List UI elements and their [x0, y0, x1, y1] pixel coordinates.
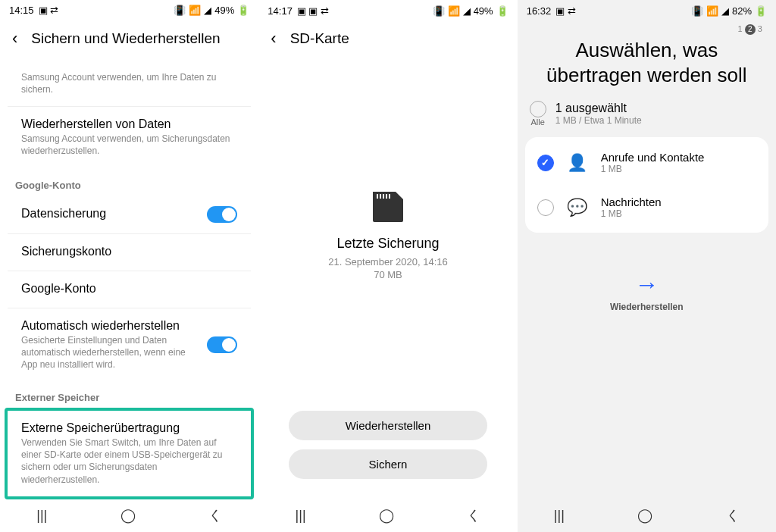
item-checkbox[interactable] [537, 155, 554, 171]
data-backup-toggle[interactable] [207, 206, 237, 223]
status-time: 16:32 [527, 5, 552, 17]
header: ‹ SD-Karte [258, 21, 517, 61]
vibrate-icon: 📳 [174, 5, 186, 16]
screen-select-transfer: 16:32 ▣ ⇄ 📳 📶 ◢ 82% 🔋 1 2 3 Auswählen, w… [518, 0, 776, 532]
auto-restore-toggle[interactable] [207, 336, 237, 353]
step-active: 2 [745, 24, 756, 35]
back-button[interactable]: く [467, 506, 480, 524]
item-checkbox[interactable] [537, 199, 554, 216]
recents-button[interactable]: ||| [296, 508, 306, 524]
notif-icon: ▣ ⇄ [39, 5, 59, 16]
wifi-icon: 📶 [189, 5, 201, 16]
battery-text: 82% [732, 5, 752, 17]
external-transfer-item[interactable]: Externe Speicherübertragung Verwenden Si… [8, 411, 251, 496]
action-buttons: Wiederherstellen Sichern [258, 411, 517, 499]
data-backup-toggle-row[interactable]: Datensicherung [8, 196, 251, 234]
wifi-icon: 📶 [706, 5, 718, 17]
notif-icon: ▣ ⇄ [555, 5, 576, 17]
restore-data-item[interactable]: Wiederherstellen von Daten Samsung Accou… [8, 107, 251, 166]
auto-restore-row[interactable]: Automatisch wiederherstellen Gesicherte … [8, 308, 251, 378]
signal-icon: ◢ [721, 5, 729, 17]
battery-text: 49% [214, 5, 234, 16]
status-bar: 14:15 ▣ ⇄ 📳 📶 ◢ 49% 🔋 [0, 0, 258, 21]
status-bar: 14:17 ▣ ▣ ⇄ 📳 📶 ◢ 49% 🔋 [258, 0, 517, 21]
list-item-contacts[interactable]: 👤 Anrufe und Kontakte 1 MB [525, 140, 768, 185]
arrow-right-icon: → [518, 271, 776, 299]
wifi-icon: 📶 [448, 5, 460, 17]
recents-button[interactable]: ||| [554, 508, 565, 524]
select-all-row[interactable]: Alle 1 ausgewählt 1 MB / Etwa 1 Minute [518, 101, 776, 137]
recents-button[interactable]: ||| [36, 508, 47, 524]
screen-backup-restore: 14:15 ▣ ⇄ 📳 📶 ◢ 49% 🔋 ‹ Sichern und Wied… [0, 0, 258, 532]
backup-size: 70 MB [374, 269, 402, 280]
google-card: Datensicherung Sicherungskonto Google-Ko… [8, 196, 251, 378]
contacts-icon: 👤 [566, 152, 589, 174]
status-bar: 16:32 ▣ ⇄ 📳 📶 ◢ 82% 🔋 [518, 0, 776, 21]
battery-text: 49% [474, 5, 493, 17]
back-button[interactable]: く [726, 506, 740, 524]
backup-date: 21. September 2020, 14:16 [328, 256, 448, 268]
notif-icon: ▣ ▣ ⇄ [297, 5, 329, 17]
list-item-messages[interactable]: 💬 Nachrichten 1 MB [525, 185, 768, 230]
nav-bar: ||| ◯ く [258, 499, 517, 532]
google-section-label: Google-Konto [0, 174, 258, 196]
back-icon[interactable]: ‹ [271, 29, 276, 49]
external-section-label: Externer Speicher [0, 386, 258, 408]
select-all-checkbox[interactable] [530, 101, 546, 117]
step-indicator: 1 2 3 [518, 21, 776, 35]
nav-bar: ||| ◯ く [518, 499, 776, 532]
screen-sd-card: 14:17 ▣ ▣ ⇄ 📳 📶 ◢ 49% 🔋 ‹ SD-Karte Letzt… [258, 0, 517, 532]
samsung-card: Samsung Account verwenden, um Ihre Daten… [8, 61, 251, 166]
home-button[interactable]: ◯ [637, 507, 652, 524]
page-title: Sichern und Wiederherstellen [31, 30, 220, 47]
backup-button[interactable]: Sichern [289, 449, 487, 479]
last-backup-label: Letzte Sicherung [336, 236, 439, 252]
nav-bar: ||| ◯ く [0, 499, 258, 532]
external-transfer-highlight: Externe Speicherübertragung Verwenden Si… [5, 408, 254, 499]
transfer-items-list: 👤 Anrufe und Kontakte 1 MB 💬 Nachrichten… [525, 137, 768, 233]
home-button[interactable]: ◯ [379, 507, 394, 524]
back-button[interactable]: く [208, 506, 222, 524]
restore-button[interactable]: Wiederherstellen [289, 411, 487, 440]
selected-sub: 1 MB / Etwa 1 Minute [555, 115, 642, 126]
page-title: SD-Karte [290, 30, 349, 47]
status-time: 14:15 [9, 5, 34, 16]
signal-icon: ◢ [463, 5, 471, 17]
back-icon[interactable]: ‹ [12, 29, 17, 49]
header: ‹ Sichern und Wiederherstellen [0, 21, 258, 61]
google-account-item[interactable]: Google-Konto [8, 271, 251, 308]
messages-icon: 💬 [566, 196, 589, 219]
vibrate-icon: 📳 [691, 5, 703, 17]
selected-count: 1 ausgewählt [555, 102, 642, 115]
vibrate-icon: 📳 [433, 5, 445, 17]
samsung-backup-item[interactable]: Samsung Account verwenden, um Ihre Daten… [8, 61, 251, 107]
home-button[interactable]: ◯ [120, 507, 136, 524]
battery-icon: 🔋 [755, 5, 767, 17]
restore-action[interactable]: → Wiederherstellen [518, 271, 776, 312]
battery-icon: 🔋 [237, 5, 249, 16]
backup-account-item[interactable]: Sicherungskonto [8, 234, 251, 271]
sd-info: Letzte Sicherung 21. September 2020, 14:… [258, 61, 517, 411]
battery-icon: 🔋 [496, 5, 508, 17]
sd-card-icon [373, 192, 403, 222]
status-time: 14:17 [268, 5, 293, 17]
page-title: Auswählen, was übertragen werden soll [518, 35, 776, 101]
signal-icon: ◢ [204, 5, 211, 16]
